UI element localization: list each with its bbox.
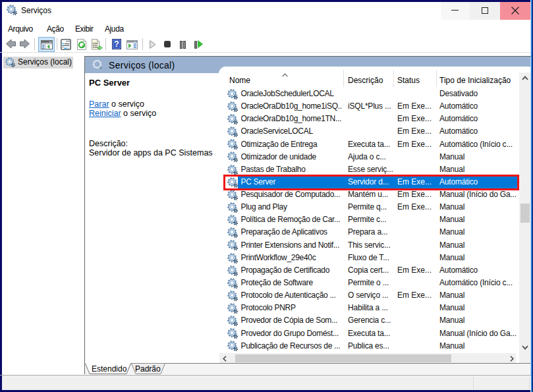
svg-text:Padrão: Padrão [135,364,161,374]
svg-text:Estendido: Estendido [92,364,127,374]
svg-text:?: ? [114,40,119,49]
